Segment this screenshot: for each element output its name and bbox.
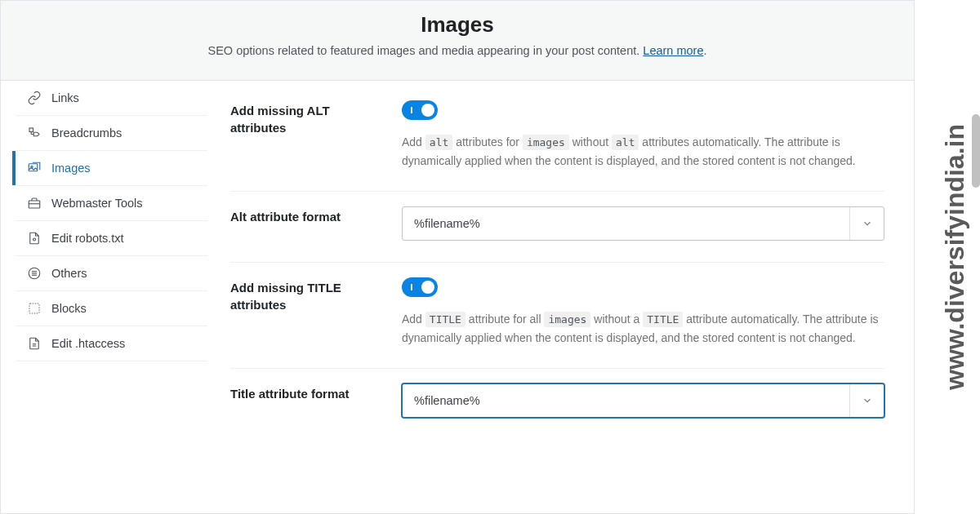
alt-toggle-label: Add missing ALT attributes [230,100,385,170]
svg-point-4 [33,238,36,241]
svg-rect-0 [29,128,33,132]
sidebar-item-label: Links [51,91,79,104]
settings-main: Add missing ALT attributes Add alt attri… [207,81,914,439]
watermark-text: www.diversifyindia.in [940,124,970,390]
settings-sidebar: Links Breadcrumbs Images Webmaster Tools… [16,81,207,439]
sidebar-item-edit-htaccess[interactable]: Edit .htaccess [16,326,207,361]
alt-format-select[interactable] [402,206,884,241]
title-format-label: Title attribute format [230,383,385,418]
title-toggle-label: Add missing TITLE attributes [230,277,385,347]
alt-format-label: Alt attribute format [230,206,385,241]
sidebar-item-label: Blocks [51,302,87,315]
learn-more-link[interactable]: Learn more [643,44,703,57]
title-format-select[interactable] [402,383,884,418]
alt-toggle[interactable] [402,100,438,120]
chevron-down-icon[interactable] [849,384,884,417]
sidebar-item-webmaster-tools[interactable]: Webmaster Tools [16,186,207,221]
sidebar-item-label: Webmaster Tools [51,197,142,210]
sidebar-item-label: Edit robots.txt [51,232,124,245]
links-icon [27,91,42,105]
images-icon [27,161,42,175]
sidebar-item-label: Images [51,162,91,175]
title-help-text: Add TITLE attribute for all images witho… [402,310,884,347]
file-robot-icon [27,231,42,246]
page-subtitle: SEO options related to featured images a… [17,44,898,57]
alt-format-input[interactable] [403,207,849,240]
title-toggle[interactable] [402,277,438,297]
page-header: Images SEO options related to featured i… [1,1,914,81]
title-format-input[interactable] [403,384,849,417]
sidebar-item-links[interactable]: Links [16,81,207,116]
svg-rect-9 [29,304,39,313]
sidebar-item-breadcrumbs[interactable]: Breadcrumbs [16,116,207,151]
scrollbar-thumb[interactable] [972,114,980,188]
sidebar-item-blocks[interactable]: Blocks [16,291,207,326]
file-code-icon [27,336,42,351]
page-title: Images [17,12,898,38]
sidebar-item-label: Edit .htaccess [51,337,125,350]
chevron-down-icon[interactable] [849,207,884,240]
list-icon [27,266,42,281]
sidebar-item-label: Others [51,267,87,280]
sidebar-item-edit-robots[interactable]: Edit robots.txt [16,221,207,256]
breadcrumbs-icon [27,126,42,140]
sidebar-item-label: Breadcrumbs [51,126,122,140]
alt-help-text: Add alt attributes for images without al… [402,133,884,170]
svg-rect-3 [29,201,40,208]
sidebar-item-images[interactable]: Images [16,151,207,186]
sidebar-item-others[interactable]: Others [16,256,207,291]
toolbox-icon [27,196,42,210]
blocks-icon [27,301,42,316]
